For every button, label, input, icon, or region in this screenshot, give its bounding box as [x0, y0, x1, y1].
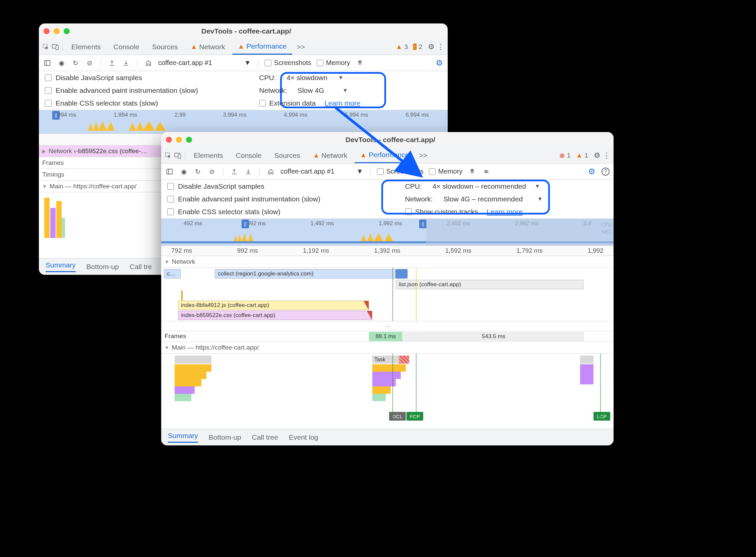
capture-settings-gear-icon[interactable]: ⚙	[435, 59, 444, 67]
settings-gear-icon[interactable]: ⚙	[594, 152, 601, 159]
network-track-header[interactable]: ▼Network	[161, 256, 613, 268]
download-icon[interactable]	[122, 59, 130, 67]
task-block[interactable]	[175, 356, 211, 363]
issues-icon[interactable]: !	[413, 43, 417, 50]
overview-handle-left[interactable]: ||	[242, 219, 249, 228]
upload-icon[interactable]	[108, 59, 116, 67]
tab-network[interactable]: ▲ Network	[308, 148, 353, 163]
gc-icon[interactable]	[468, 167, 477, 176]
help-icon[interactable]: ?	[602, 168, 610, 176]
frames-track[interactable]: Frames 88.1 ms 543.5 ms	[161, 331, 613, 342]
kebab-menu-icon[interactable]: ⋮	[437, 43, 444, 51]
settings-gear-icon[interactable]: ⚙	[428, 43, 435, 51]
expand-icon[interactable]: ▼	[164, 259, 169, 264]
close-icon[interactable]	[43, 28, 50, 34]
reload-record-icon[interactable]: ↻	[193, 167, 202, 176]
home-icon[interactable]	[266, 167, 275, 176]
device-toggle-icon[interactable]	[52, 43, 59, 51]
home-icon[interactable]	[144, 59, 153, 67]
task-block[interactable]	[580, 356, 594, 363]
expand-icon[interactable]: ▼	[42, 184, 47, 189]
zoom-icon[interactable]	[186, 137, 192, 143]
tab-elements[interactable]: Elements	[66, 39, 106, 54]
network-request[interactable]: list.json (coffee-cart.app)	[396, 280, 583, 289]
inspect-icon[interactable]	[42, 43, 50, 51]
frame-bar[interactable]: 543.5 ms	[403, 332, 584, 341]
timeline-overview[interactable]: || 994 ms 1,994 ms 2,99 3,994 ms 4,994 m…	[39, 110, 448, 134]
overview-handle-right[interactable]: ||	[419, 219, 427, 228]
more-tabs[interactable]: >>	[417, 151, 430, 159]
network-request[interactable]: co…	[164, 269, 181, 278]
network-request[interactable]: index-8bfa4912.js (coffee-cart.app)	[178, 301, 369, 310]
memory-toggle[interactable]: Memory	[429, 168, 462, 175]
reload-record-icon[interactable]: ↻	[71, 59, 80, 67]
tab-bottom-up[interactable]: Bottom-up	[87, 263, 119, 271]
tab-performance[interactable]: ▲ Performance	[355, 147, 414, 163]
record-icon[interactable]: ◉	[57, 59, 66, 67]
tab-event-log[interactable]: Event log	[289, 433, 319, 441]
collapse-icon[interactable]: ▶	[42, 148, 46, 154]
tab-bottom-up[interactable]: Bottom-up	[209, 433, 241, 441]
main-flame-chart[interactable]: Task DCL FCP LCP	[161, 354, 613, 420]
network-request[interactable]: index-b859522e.css (coffee-cart.app)	[178, 311, 372, 320]
toggle-panel-icon[interactable]	[165, 167, 174, 176]
cpu-throttle-dropdown[interactable]: CPU: 4× slowdown – recommended ▼	[405, 182, 608, 190]
fcp-marker[interactable]: FCP	[406, 412, 423, 420]
tab-call-tree[interactable]: Call tre	[130, 263, 152, 271]
custom-tracks-toggle[interactable]: Show custom tracks	[405, 208, 478, 216]
tab-summary[interactable]: Summary	[46, 261, 76, 272]
tab-console[interactable]: Console	[231, 148, 267, 163]
disable-js-samples-toggle[interactable]: Disable JavaScript samples	[45, 74, 259, 82]
advanced-paint-toggle[interactable]: Enable advanced paint instrumentation (s…	[167, 195, 405, 203]
record-icon[interactable]: ◉	[179, 167, 188, 176]
tab-sources[interactable]: Sources	[147, 39, 183, 54]
inspect-icon[interactable]	[164, 152, 172, 159]
warning-icon[interactable]: ▲	[396, 43, 402, 51]
screenshots-toggle[interactable]: Screenshots	[265, 59, 311, 67]
warning-icon[interactable]: ▲	[576, 151, 583, 159]
tab-performance[interactable]: ▲ Performance	[232, 39, 292, 55]
network-throttle-dropdown[interactable]: Network: Slow 4G – recommended ▼	[405, 195, 608, 203]
device-toggle-icon[interactable]	[174, 152, 181, 159]
dcl-marker[interactable]: DCL	[389, 412, 406, 420]
advanced-paint-toggle[interactable]: Enable advanced paint instrumentation (s…	[45, 86, 259, 94]
tab-call-tree[interactable]: Call tree	[252, 433, 278, 441]
learn-more-link[interactable]: Learn more	[324, 99, 360, 107]
clear-icon[interactable]: ⊘	[85, 59, 94, 67]
task-block[interactable]: Task	[372, 356, 399, 363]
tab-console[interactable]: Console	[108, 39, 145, 54]
context-dropdown[interactable]: coffee-cart.app #1 ▼	[158, 59, 251, 67]
toggle-panel-icon[interactable]	[43, 59, 52, 67]
frame-bar[interactable]: 88.1 ms	[369, 332, 402, 341]
context-dropdown[interactable]: coffee-cart.app #1 ▼	[280, 168, 363, 175]
learn-more-link[interactable]: Learn more	[487, 208, 522, 216]
network-waterfall[interactable]: co… collect (region1.google-analytics.co…	[161, 268, 613, 321]
disable-js-samples-toggle[interactable]: Disable JavaScript samples	[167, 182, 405, 190]
capture-settings-gear-icon[interactable]: ⚙	[587, 167, 596, 176]
css-selector-stats-toggle[interactable]: Enable CSS selector stats (slow)	[167, 208, 405, 216]
kebab-menu-icon[interactable]: ⋮	[603, 152, 610, 159]
tab-elements[interactable]: Elements	[188, 148, 229, 163]
zoom-icon[interactable]	[64, 28, 70, 34]
upload-icon[interactable]	[230, 167, 239, 176]
shortcuts-icon[interactable]	[482, 167, 491, 176]
more-tabs[interactable]: >>	[294, 43, 308, 51]
lcp-marker[interactable]: LCP	[594, 412, 610, 420]
download-icon[interactable]	[244, 167, 253, 176]
memory-toggle[interactable]: Memory	[317, 59, 350, 67]
screenshots-toggle[interactable]: Screenshots	[377, 168, 424, 175]
network-request[interactable]: collect (region1.google-analytics.com)	[215, 269, 396, 278]
minimize-icon[interactable]	[176, 137, 182, 143]
cpu-throttle-dropdown[interactable]: CPU: 4× slowdown ▼	[259, 74, 442, 82]
main-thread-header[interactable]: ▼Main — https://coffee-cart.app/	[161, 342, 613, 354]
error-icon[interactable]: ⊗	[559, 151, 565, 159]
network-throttle-dropdown[interactable]: Network: Slow 4G ▼	[259, 86, 442, 94]
timeline-overview[interactable]: 492 ms 992 ms 1,492 ms 1,992 ms 2,492 ms…	[161, 219, 613, 246]
close-icon[interactable]	[166, 137, 172, 143]
minimize-icon[interactable]	[54, 28, 60, 34]
gc-icon[interactable]	[356, 59, 364, 67]
clear-icon[interactable]: ⊘	[207, 167, 216, 176]
extension-data-toggle[interactable]: Extension data	[259, 99, 316, 107]
css-selector-stats-toggle[interactable]: Enable CSS selector stats (slow)	[45, 99, 259, 107]
expand-icon[interactable]: ▼	[164, 345, 169, 350]
